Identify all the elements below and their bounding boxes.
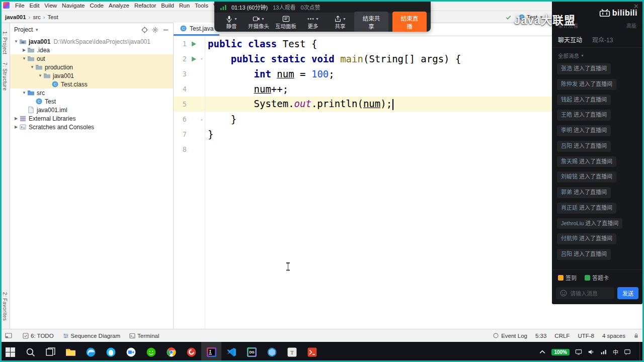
menu-item-tools[interactable]: Tools xyxy=(192,3,211,9)
tree-row-src[interactable]: ▼src xyxy=(10,88,173,97)
tree-row-external-libraries[interactable]: ▶External Libraries xyxy=(10,114,173,123)
menu-item-run[interactable]: Run xyxy=(177,3,192,9)
menu-item-file[interactable]: File xyxy=(13,3,27,9)
volume-icon[interactable] xyxy=(588,348,595,355)
tool-window-switcher-icon[interactable] xyxy=(5,332,16,339)
chevron-down-icon[interactable]: ▼ xyxy=(35,28,39,32)
send-button[interactable]: 发送 xyxy=(617,287,638,299)
editor-tab-test-java[interactable]: C Test.java xyxy=(174,23,219,36)
chrome-icon[interactable] xyxy=(161,342,181,362)
chat-message[interactable]: 王皓 进入了直播间 xyxy=(557,110,611,121)
tree-collapse-arrow-icon[interactable]: ▼ xyxy=(29,65,35,69)
search-icon[interactable] xyxy=(20,342,40,362)
caret-position-widget[interactable]: 5:33 xyxy=(535,333,546,339)
xshell-icon[interactable] xyxy=(302,342,322,362)
message-filter-dropdown[interactable]: 全部消息▼ xyxy=(552,48,642,61)
line-separator-widget[interactable]: CRLF xyxy=(554,333,570,339)
show-desktop-button[interactable] xyxy=(639,342,642,362)
tree-collapse-arrow-icon[interactable]: ▼ xyxy=(21,90,27,95)
tool-window-button-2-favorites[interactable]: 2: Favorites xyxy=(2,288,8,325)
display-icon[interactable] xyxy=(575,348,582,355)
chat-message[interactable]: 肖正廷 进入了直播间 xyxy=(557,203,616,214)
tree-collapse-arrow-icon[interactable]: ▼ xyxy=(37,73,43,78)
task-view-icon[interactable] xyxy=(40,342,60,362)
locate-file-icon[interactable] xyxy=(141,27,148,33)
tree-expand-arrow-icon[interactable]: ▶ xyxy=(13,125,19,129)
breadcrumb-item-test[interactable]: Test xyxy=(47,14,59,20)
chat-message[interactable]: 付航帅 进入了直播间 xyxy=(557,233,616,244)
chat-message[interactable]: 吕阳 进入了直播间 xyxy=(557,141,611,152)
tree-expand-arrow-icon[interactable]: ▶ xyxy=(21,48,27,52)
hidden-icons-caret[interactable] xyxy=(539,348,546,355)
end-live-button[interactable]: 结束直播 xyxy=(392,12,427,32)
tencent-meeting-icon[interactable] xyxy=(121,342,141,362)
chat-message[interactable]: 郭弟 进入了直播间 xyxy=(557,187,611,198)
tree-row-production[interactable]: ▼production xyxy=(10,63,173,71)
vscode-icon[interactable] xyxy=(221,342,242,362)
battery-indicator[interactable]: 100% xyxy=(551,349,570,355)
tree-expand-arrow-icon[interactable]: ▶ xyxy=(13,116,19,121)
action-center-icon[interactable] xyxy=(624,348,631,355)
intellij-idea-icon[interactable] xyxy=(201,342,221,362)
windows-start-icon[interactable] xyxy=(0,342,20,362)
settings-gear-icon[interactable] xyxy=(152,27,158,33)
tool-button-6-todo[interactable]: 6: TODO xyxy=(18,333,58,339)
fold-up-icon[interactable]: ▴ xyxy=(199,117,205,122)
microphone-button[interactable]: ▼静音 xyxy=(218,15,245,29)
chat-message[interactable]: 钱起 进入了直播间 xyxy=(557,95,611,106)
chat-message[interactable]: 李明 进入了直播间 xyxy=(557,125,611,136)
event-log-button[interactable]: Event Log xyxy=(493,333,527,339)
chat-message[interactable]: 陈仲发 进入了直播间 xyxy=(557,79,616,90)
answer-card-button[interactable]: 答题卡 xyxy=(585,274,609,282)
tree-row-java001-iml[interactable]: java001.iml xyxy=(10,106,173,114)
netease-music-icon[interactable] xyxy=(181,342,201,362)
chat-message[interactable]: 张浩 进入了直播间 xyxy=(557,63,611,74)
tool-window-button-1-project[interactable]: 1: Project xyxy=(2,27,8,58)
tree-row-java001[interactable]: ▼java001D:\WorkSpace\IdeaProjects\java00… xyxy=(10,37,173,46)
emoji-icon[interactable] xyxy=(560,290,567,297)
tree-row-test-class[interactable]: CTest.class xyxy=(10,80,173,88)
tree-collapse-arrow-icon[interactable]: ▼ xyxy=(13,39,19,44)
menu-item-analyze[interactable]: Analyze xyxy=(106,3,132,9)
menu-item-view[interactable]: View xyxy=(42,3,59,9)
menu-item-refactor[interactable]: Refactor xyxy=(132,3,158,9)
panel-button[interactable]: 互动面板 xyxy=(273,15,299,29)
indent-widget[interactable]: 4 spaces xyxy=(602,333,625,339)
datagrip-icon[interactable]: DG xyxy=(242,342,262,362)
tab-audience[interactable]: 观众-13 xyxy=(592,35,613,44)
inspections-ok-icon[interactable] xyxy=(505,14,512,21)
menu-item-code[interactable]: Code xyxy=(87,3,106,9)
run-line-icon[interactable] xyxy=(189,56,199,62)
more-button[interactable]: ▼更多 xyxy=(300,15,326,29)
menu-item-navigate[interactable]: Navigate xyxy=(59,3,87,9)
chat-message[interactable]: 詹天赐 进入了直播间 xyxy=(557,156,616,167)
encoding-widget[interactable]: UTF-8 xyxy=(578,333,594,339)
tool-button-sequence-diagram[interactable]: Sequence Diagram xyxy=(58,333,125,339)
chat-input[interactable]: 请输入消息 xyxy=(556,287,614,299)
chat-message[interactable]: 刘峻铭 进入了直播间 xyxy=(557,171,616,183)
camera-button[interactable]: ▼开摄像头 xyxy=(246,15,272,29)
close-icon[interactable]: ✕ xyxy=(633,3,639,10)
tool-button-terminal[interactable]: Terminal xyxy=(125,333,164,339)
lock-icon[interactable] xyxy=(633,333,639,338)
hide-panel-icon[interactable] xyxy=(163,27,169,33)
fold-down-icon[interactable]: ▾ xyxy=(199,56,205,61)
tree-row-out[interactable]: ▼out xyxy=(10,54,173,63)
tree-row-idea[interactable]: ▶.idea xyxy=(10,46,173,54)
chat-message[interactable]: JethroLiu 进入了直播间 xyxy=(557,218,622,229)
share-button[interactable]: ▼共享 xyxy=(327,15,353,29)
tool-window-button-7-structure[interactable]: 7: Structure xyxy=(2,58,8,95)
tree-row-scratches-and-consoles[interactable]: ▶Scratches and Consoles xyxy=(10,123,173,131)
file-explorer-icon[interactable] xyxy=(60,342,80,362)
tab-chat-interaction[interactable]: 聊天互动 xyxy=(558,35,582,44)
sign-in-button[interactable]: 签到 xyxy=(558,274,577,282)
ime-indicator[interactable]: 中 xyxy=(613,348,618,356)
qq-icon[interactable] xyxy=(101,342,121,362)
tree-collapse-arrow-icon[interactable]: ▼ xyxy=(21,56,27,61)
project-panel-title[interactable]: Project xyxy=(14,26,33,33)
navicat-icon[interactable] xyxy=(262,342,282,362)
edge-browser-icon[interactable] xyxy=(80,342,101,362)
network-icon[interactable] xyxy=(600,348,607,355)
run-line-icon[interactable] xyxy=(189,41,199,47)
breadcrumb-item-java001[interactable]: java001 xyxy=(4,14,27,20)
